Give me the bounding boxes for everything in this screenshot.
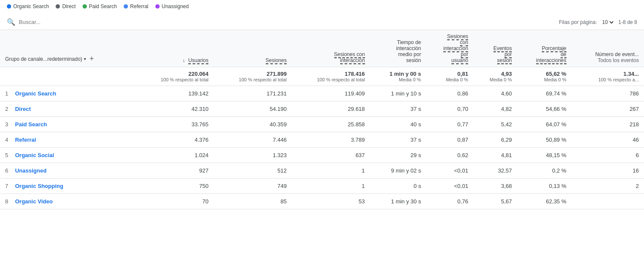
cell-sesiones-usuario: <0,01: [426, 163, 473, 179]
col-header-numero-eventos[interactable]: Número de event...Todos los eventos: [572, 30, 644, 67]
rows-select-input[interactable]: 10 25 50: [600, 19, 615, 26]
cell-sesiones-usuario: 0,77: [426, 117, 473, 132]
cell-sesiones-interaccion: 1: [292, 163, 370, 179]
cell-porcentaje: 69,74 %: [517, 86, 571, 101]
row-channel-name[interactable]: Organic Video: [15, 198, 53, 205]
table-body: 220.064100 % respecto al total 271.89910…: [0, 67, 644, 209]
totals-sesiones-usuario: 0,81Media 0 %: [426, 67, 473, 86]
col-group-label: Grupo de canale...redeterminado): [5, 56, 82, 62]
cell-sesiones-interaccion: 119.409: [292, 86, 370, 101]
cell-sesiones-interaccion: 53: [292, 194, 370, 209]
cell-porcentaje: 0,13 %: [517, 179, 571, 194]
cell-numero-eventos: 46: [572, 132, 644, 148]
cell-eventos: 3,68: [473, 179, 517, 194]
cell-sesiones-interaccion: 29.618: [292, 101, 370, 117]
rows-select[interactable]: 10 25 50: [600, 19, 615, 26]
col-label-porcentaje: Porcentajedeinteracciones: [536, 45, 567, 64]
col-header-porcentaje[interactable]: Porcentajedeinteracciones: [517, 30, 571, 67]
cell-sesiones-interaccion: 25.858: [292, 117, 370, 132]
legend-item: Referral: [124, 3, 148, 9]
search-left: 🔍: [7, 18, 104, 26]
totals-numero-eventos: 1.34...100 % respecto a...: [572, 67, 644, 86]
cell-eventos: 6,29: [473, 132, 517, 148]
row-channel-name[interactable]: Unassigned: [15, 167, 47, 174]
col-header-eventos[interactable]: Eventosporsesión: [473, 30, 517, 67]
table-header-row: Grupo de canale...redeterminado) ▾ + ↓ U…: [0, 30, 644, 67]
cell-usuarios: 4.376: [136, 132, 214, 148]
row-channel-name[interactable]: Organic Social: [15, 152, 54, 158]
totals-sesiones: 271.899100 % respecto al total: [214, 67, 292, 86]
row-first-col: 5Organic Social: [0, 148, 136, 163]
row-channel-name[interactable]: Referral: [15, 137, 36, 143]
cell-porcentaje: 54,66 %: [517, 101, 571, 117]
cell-sesiones: 749: [214, 179, 292, 194]
cell-sesiones-usuario: 0,70: [426, 101, 473, 117]
cell-sesiones-usuario: 0,87: [426, 132, 473, 148]
cell-eventos: 32,57: [473, 163, 517, 179]
cell-sesiones-usuario: 0,76: [426, 194, 473, 209]
cell-sesiones-usuario: 0,62: [426, 148, 473, 163]
table-row: 1Organic Search 139.142 171.231 119.409 …: [0, 86, 644, 101]
search-row: 🔍 Filas por página: 10 25 50 1-8 de 8: [0, 15, 644, 30]
row-number: 5: [5, 152, 8, 158]
cell-sesiones-interaccion: 3.789: [292, 132, 370, 148]
cell-usuarios: 70: [136, 194, 214, 209]
row-first-col: 3Paid Search: [0, 117, 136, 132]
col-header-group[interactable]: Grupo de canale...redeterminado) ▾ +: [0, 30, 136, 67]
legend-item: Unassigned: [155, 3, 189, 9]
table-row: 5Organic Social 1.024 1.323 637 29 s 0,6…: [0, 148, 644, 163]
cell-usuarios: 1.024: [136, 148, 214, 163]
legend-label: Unassigned: [162, 3, 189, 9]
col-label-usuarios: Usuarios: [188, 57, 208, 64]
cell-porcentaje: 48,15 %: [517, 148, 571, 163]
cell-usuarios: 927: [136, 163, 214, 179]
cell-eventos: 5,42: [473, 117, 517, 132]
cell-usuarios: 33.765: [136, 117, 214, 132]
cell-tiempo: 37 s: [370, 132, 426, 148]
row-channel-name[interactable]: Direct: [15, 106, 31, 112]
totals-eventos: 4,93Media 0 %: [473, 67, 517, 86]
cell-sesiones-usuario: 0,86: [426, 86, 473, 101]
cell-tiempo: 29 s: [370, 148, 426, 163]
col-header-sesiones[interactable]: Sesiones: [214, 30, 292, 67]
col-header-sesiones-interaccion[interactable]: Sesiones coninteracción: [292, 30, 370, 67]
cell-usuarios: 139.142: [136, 86, 214, 101]
cell-sesiones: 512: [214, 163, 292, 179]
col-header-tiempo[interactable]: Tiempo deinteracciónmedio porsesión: [370, 30, 426, 67]
legend-label: Referral: [130, 3, 148, 9]
cell-tiempo: 9 min y 02 s: [370, 163, 426, 179]
cell-sesiones: 1.323: [214, 148, 292, 163]
add-column-button[interactable]: +: [88, 54, 96, 63]
table-row: 2Direct 42.310 54.190 29.618 37 s 0,70 4…: [0, 101, 644, 117]
search-input[interactable]: [19, 19, 104, 25]
pagination-info: 1-8 de 8: [618, 19, 637, 25]
row-number: 7: [5, 183, 8, 189]
cell-sesiones: 85: [214, 194, 292, 209]
row-first-col: 7Organic Shopping: [0, 179, 136, 194]
cell-eventos: 4,81: [473, 148, 517, 163]
row-channel-name[interactable]: Organic Search: [15, 90, 56, 97]
row-number: 1: [5, 90, 8, 97]
legend-label: Paid Search: [89, 3, 117, 9]
legend-item: Direct: [56, 3, 75, 9]
row-number: 6: [5, 167, 8, 174]
cell-sesiones-interaccion: 1: [292, 179, 370, 194]
cell-usuarios: 750: [136, 179, 214, 194]
legend-dot: [124, 4, 128, 9]
cell-tiempo: 1 min y 30 s: [370, 194, 426, 209]
cell-numero-eventos: 2: [572, 179, 644, 194]
col-dropdown-icon: ▾: [84, 57, 86, 61]
row-first-col: 1Organic Search: [0, 86, 136, 101]
col-label-sesiones: Sesiones: [266, 57, 287, 64]
col-header-sesiones-usuario[interactable]: Sesionesconinteracciónporusuario: [426, 30, 473, 67]
row-number: 3: [5, 121, 8, 128]
table-row: 6Unassigned 927 512 1 9 min y 02 s <0,01…: [0, 163, 644, 179]
col-label-sesiones-usuario: Sesionesconinteracciónporusuario: [443, 33, 468, 64]
row-channel-name[interactable]: Paid Search: [15, 121, 47, 128]
legend-label: Direct: [62, 3, 75, 9]
row-channel-name[interactable]: Organic Shopping: [15, 183, 63, 189]
col-header-usuarios[interactable]: ↓ Usuarios: [136, 30, 214, 67]
cell-sesiones-interaccion: 637: [292, 148, 370, 163]
table-row: 7Organic Shopping 750 749 1 0 s <0,01 3,…: [0, 179, 644, 194]
row-number: 2: [5, 106, 8, 112]
